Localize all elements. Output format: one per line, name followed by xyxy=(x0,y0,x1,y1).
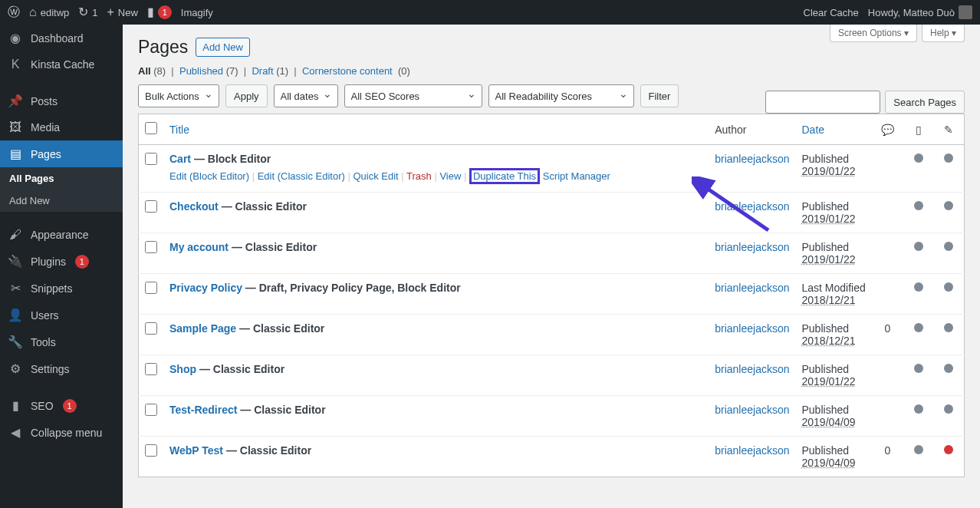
seo-dot xyxy=(914,153,923,163)
author-link[interactable]: brianleejackson xyxy=(715,200,789,213)
edit-block-link[interactable]: Edit (Block Editor) xyxy=(169,170,249,182)
updates-link[interactable]: ↻1 xyxy=(78,6,97,18)
edit-classic-link[interactable]: Edit (Classic Editor) xyxy=(258,170,345,182)
submenu-pages: All Pages Add New xyxy=(0,167,123,212)
comments-cell xyxy=(873,355,903,396)
pages-table: Title Author Date 💬 ▯ ✎ Cart — Block Edi… xyxy=(138,114,965,477)
site-name[interactable]: ⌂editwp xyxy=(29,6,69,18)
readability-dot xyxy=(944,201,953,210)
table-row: Cart — Block Editor Edit (Block Editor) … xyxy=(139,145,965,193)
menu-media[interactable]: 🖾Media xyxy=(0,114,123,140)
row-checkbox[interactable] xyxy=(145,322,157,335)
menu-pages[interactable]: ▤Pages xyxy=(0,140,123,167)
date-cell: Published2019/04/09 xyxy=(802,444,856,469)
view-published[interactable]: Published xyxy=(179,65,223,77)
submenu-add-new[interactable]: Add New xyxy=(0,190,123,212)
author-link[interactable]: brianleejackson xyxy=(715,444,789,457)
screen-meta: Screen Options ▾ Help ▾ xyxy=(830,25,965,42)
search-button[interactable]: Search Pages xyxy=(885,91,965,114)
author-link[interactable]: brianleejackson xyxy=(715,363,789,375)
select-all-checkbox[interactable] xyxy=(145,122,157,134)
row-checkbox[interactable] xyxy=(145,200,157,213)
post-state: — Block Editor xyxy=(191,153,271,165)
apply-button[interactable]: Apply xyxy=(225,84,268,107)
help-button[interactable]: Help ▾ xyxy=(922,25,965,42)
page-title-link[interactable]: Cart xyxy=(169,153,191,165)
duplicate-link[interactable]: Duplicate This xyxy=(473,170,536,182)
menu-users[interactable]: 👤Users xyxy=(0,302,123,328)
quick-edit-link[interactable]: Quick Edit xyxy=(353,170,398,182)
screen-options-button[interactable]: Screen Options ▾ xyxy=(830,25,917,42)
menu-snippets[interactable]: ✂Snippets xyxy=(0,275,123,302)
author-link[interactable]: brianleejackson xyxy=(715,282,789,294)
bulk-actions-select[interactable]: Bulk Actions xyxy=(138,84,219,107)
menu-posts[interactable]: 📌Posts xyxy=(0,87,123,114)
view-link[interactable]: View xyxy=(439,170,461,182)
comments-cell: 0 xyxy=(873,315,903,355)
menu-plugins[interactable]: 🔌Plugins1 xyxy=(0,248,123,275)
table-row: WebP Test — Classic Editorbrianleejackso… xyxy=(139,437,965,477)
wp-logo[interactable]: ⓦ xyxy=(8,6,20,18)
page-title-link[interactable]: Test-Redirect xyxy=(169,404,237,416)
menu-settings[interactable]: ⚙Settings xyxy=(0,355,123,382)
view-all[interactable]: All xyxy=(138,65,151,77)
readability-filter[interactable]: All Readability Scores xyxy=(488,84,634,107)
post-state: — Classic Editor xyxy=(223,444,311,457)
row-checkbox[interactable] xyxy=(145,282,157,294)
imagify-link[interactable]: Imagify xyxy=(181,7,213,18)
row-checkbox[interactable] xyxy=(145,404,157,416)
row-checkbox[interactable] xyxy=(145,241,157,253)
yoast-link[interactable]: ▮1 xyxy=(147,5,172,19)
date-cell: Last Modified2018/12/21 xyxy=(802,282,866,306)
seo-dot xyxy=(914,201,923,210)
row-actions: Edit (Block Editor) | Edit (Classic Edit… xyxy=(169,168,702,184)
menu-seo[interactable]: ▮SEO1 xyxy=(0,392,123,419)
new-content[interactable]: +New xyxy=(107,6,137,18)
page-title-link[interactable]: Privacy Policy xyxy=(169,282,242,294)
row-checkbox[interactable] xyxy=(145,363,157,375)
col-date[interactable]: Date xyxy=(802,124,825,136)
avatar xyxy=(959,5,972,19)
author-link[interactable]: brianleejackson xyxy=(715,153,789,165)
menu-appearance[interactable]: 🖌Appearance xyxy=(0,222,123,248)
filter-button[interactable]: Filter xyxy=(640,84,679,107)
row-checkbox[interactable] xyxy=(145,153,157,165)
date-filter[interactable]: All dates xyxy=(274,84,338,107)
brush-icon: 🖌 xyxy=(8,228,23,242)
page-title-link[interactable]: Shop xyxy=(169,363,196,375)
view-draft[interactable]: Draft xyxy=(252,65,273,77)
page-title-link[interactable]: WebP Test xyxy=(169,444,223,457)
author-link[interactable]: brianleejackson xyxy=(715,241,789,253)
readability-dot xyxy=(944,242,953,251)
seo-filter[interactable]: All SEO Scores xyxy=(344,84,482,107)
wrench-icon: 🔧 xyxy=(8,335,23,349)
media-icon: 🖾 xyxy=(8,120,23,134)
author-link[interactable]: brianleejackson xyxy=(715,404,789,416)
menu-dashboard[interactable]: ◉Dashboard xyxy=(0,25,123,51)
trash-link[interactable]: Trash xyxy=(406,170,432,182)
author-link[interactable]: brianleejackson xyxy=(715,322,789,335)
clear-cache[interactable]: Clear Cache xyxy=(804,7,859,18)
page-title-link[interactable]: Sample Page xyxy=(169,322,236,335)
readability-icon: ✎ xyxy=(944,124,953,136)
script-manager-link[interactable]: Script Manager xyxy=(543,170,610,182)
submenu-all-pages[interactable]: All Pages xyxy=(0,167,123,190)
page-title-link[interactable]: Checkout xyxy=(169,200,219,213)
post-state: — Classic Editor xyxy=(229,241,317,253)
menu-tools[interactable]: 🔧Tools xyxy=(0,328,123,355)
date-cell: Published2019/04/09 xyxy=(802,404,856,428)
page-title-link[interactable]: My account xyxy=(169,241,229,253)
add-new-button[interactable]: Add New xyxy=(196,38,250,57)
search-box: Search Pages xyxy=(765,91,965,114)
readability-dot xyxy=(944,323,953,332)
col-title[interactable]: Title xyxy=(169,124,189,136)
row-checkbox[interactable] xyxy=(145,444,157,457)
menu-kinsta[interactable]: KKinsta Cache xyxy=(0,51,123,78)
menu-collapse[interactable]: ◀Collapse menu xyxy=(0,419,123,446)
seo-dot xyxy=(914,282,923,292)
view-filters: All (8) | Published (7) | Draft (1) | Co… xyxy=(138,65,965,77)
view-cornerstone[interactable]: Cornerstone content xyxy=(302,65,393,77)
my-account[interactable]: Howdy, Matteo Duò xyxy=(868,5,972,19)
search-input[interactable] xyxy=(765,91,880,114)
table-row: Sample Page — Classic Editorbrianleejack… xyxy=(139,315,965,355)
